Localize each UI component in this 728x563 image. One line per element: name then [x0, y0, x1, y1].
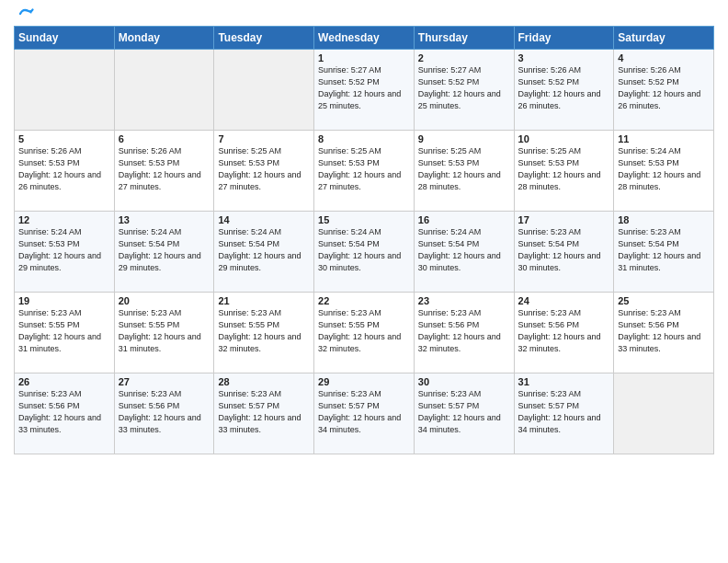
calendar-cell: 2Sunrise: 5:27 AM Sunset: 5:52 PM Daylig…	[414, 50, 514, 131]
calendar-cell: 30Sunrise: 5:23 AM Sunset: 5:57 PM Dayli…	[414, 373, 514, 454]
day-info: Sunrise: 5:25 AM Sunset: 5:53 PM Dayligh…	[418, 145, 510, 193]
day-number: 30	[418, 376, 510, 387]
calendar-cell: 20Sunrise: 5:23 AM Sunset: 5:55 PM Dayli…	[114, 293, 214, 373]
day-info: Sunrise: 5:23 AM Sunset: 5:57 PM Dayligh…	[318, 388, 410, 436]
calendar-cell: 21Sunrise: 5:23 AM Sunset: 5:55 PM Dayli…	[214, 293, 314, 373]
day-info: Sunrise: 5:23 AM Sunset: 5:54 PM Dayligh…	[518, 226, 610, 274]
calendar-cell: 24Sunrise: 5:23 AM Sunset: 5:56 PM Dayli…	[514, 293, 614, 373]
calendar-cell	[214, 50, 314, 131]
calendar-cell: 19Sunrise: 5:23 AM Sunset: 5:55 PM Dayli…	[15, 293, 115, 373]
day-number: 18	[618, 214, 710, 225]
day-number: 13	[119, 214, 210, 225]
calendar-cell: 29Sunrise: 5:23 AM Sunset: 5:57 PM Dayli…	[314, 373, 415, 454]
calendar-week-row: 26Sunrise: 5:23 AM Sunset: 5:56 PM Dayli…	[15, 373, 714, 454]
calendar-cell: 15Sunrise: 5:24 AM Sunset: 5:54 PM Dayli…	[314, 212, 415, 293]
calendar-week-row: 1Sunrise: 5:27 AM Sunset: 5:52 PM Daylig…	[15, 50, 714, 131]
day-number: 16	[418, 214, 510, 225]
day-number: 8	[318, 133, 410, 144]
header	[14, 9, 714, 22]
calendar-cell: 1Sunrise: 5:27 AM Sunset: 5:52 PM Daylig…	[314, 50, 415, 131]
calendar-cell: 28Sunrise: 5:23 AM Sunset: 5:57 PM Dayli…	[214, 373, 314, 454]
calendar-cell: 5Sunrise: 5:26 AM Sunset: 5:53 PM Daylig…	[15, 131, 115, 212]
logo	[14, 13, 34, 22]
day-number: 27	[119, 376, 210, 387]
calendar-cell: 31Sunrise: 5:23 AM Sunset: 5:57 PM Dayli…	[514, 373, 614, 454]
day-number: 11	[618, 133, 710, 144]
day-number: 24	[518, 295, 610, 306]
calendar-cell: 14Sunrise: 5:24 AM Sunset: 5:54 PM Dayli…	[214, 212, 314, 293]
day-info: Sunrise: 5:24 AM Sunset: 5:54 PM Dayligh…	[318, 226, 410, 274]
day-info: Sunrise: 5:23 AM Sunset: 5:56 PM Dayligh…	[518, 307, 610, 355]
header-cell-saturday: Saturday	[614, 27, 714, 50]
day-number: 31	[518, 376, 610, 387]
header-cell-friday: Friday	[514, 27, 614, 50]
calendar-cell: 10Sunrise: 5:25 AM Sunset: 5:53 PM Dayli…	[514, 131, 614, 212]
day-number: 23	[418, 295, 510, 306]
day-info: Sunrise: 5:23 AM Sunset: 5:56 PM Dayligh…	[418, 307, 510, 355]
day-info: Sunrise: 5:23 AM Sunset: 5:57 PM Dayligh…	[518, 388, 610, 436]
day-info: Sunrise: 5:23 AM Sunset: 5:57 PM Dayligh…	[418, 388, 510, 436]
day-number: 9	[418, 133, 510, 144]
calendar-cell: 16Sunrise: 5:24 AM Sunset: 5:54 PM Dayli…	[414, 212, 514, 293]
calendar-cell: 9Sunrise: 5:25 AM Sunset: 5:53 PM Daylig…	[414, 131, 514, 212]
day-number: 25	[618, 295, 710, 306]
day-info: Sunrise: 5:25 AM Sunset: 5:53 PM Dayligh…	[318, 145, 410, 193]
calendar-cell: 17Sunrise: 5:23 AM Sunset: 5:54 PM Dayli…	[514, 212, 614, 293]
calendar-cell: 4Sunrise: 5:26 AM Sunset: 5:52 PM Daylig…	[614, 50, 714, 131]
calendar-cell: 22Sunrise: 5:23 AM Sunset: 5:55 PM Dayli…	[314, 293, 415, 373]
calendar-cell: 3Sunrise: 5:26 AM Sunset: 5:52 PM Daylig…	[514, 50, 614, 131]
logo-icon	[17, 6, 34, 22]
calendar-cell	[114, 50, 214, 131]
day-number: 17	[518, 214, 610, 225]
day-info: Sunrise: 5:23 AM Sunset: 5:55 PM Dayligh…	[318, 307, 410, 355]
calendar-cell: 23Sunrise: 5:23 AM Sunset: 5:56 PM Dayli…	[414, 293, 514, 373]
header-cell-wednesday: Wednesday	[314, 27, 415, 50]
day-number: 15	[318, 214, 410, 225]
day-info: Sunrise: 5:24 AM Sunset: 5:53 PM Dayligh…	[18, 226, 110, 274]
day-number: 6	[119, 133, 210, 144]
day-info: Sunrise: 5:27 AM Sunset: 5:52 PM Dayligh…	[418, 64, 510, 112]
day-info: Sunrise: 5:23 AM Sunset: 5:56 PM Dayligh…	[18, 388, 110, 436]
day-number: 10	[518, 133, 610, 144]
day-info: Sunrise: 5:23 AM Sunset: 5:56 PM Dayligh…	[119, 388, 210, 436]
day-info: Sunrise: 5:25 AM Sunset: 5:53 PM Dayligh…	[218, 145, 310, 193]
day-info: Sunrise: 5:27 AM Sunset: 5:52 PM Dayligh…	[318, 64, 410, 112]
calendar-cell	[614, 373, 714, 454]
header-cell-tuesday: Tuesday	[214, 27, 314, 50]
day-number: 2	[418, 52, 510, 63]
day-info: Sunrise: 5:23 AM Sunset: 5:57 PM Dayligh…	[218, 388, 310, 436]
calendar-week-row: 12Sunrise: 5:24 AM Sunset: 5:53 PM Dayli…	[15, 212, 714, 293]
day-number: 22	[318, 295, 410, 306]
day-info: Sunrise: 5:24 AM Sunset: 5:53 PM Dayligh…	[618, 145, 710, 193]
calendar-header: SundayMondayTuesdayWednesdayThursdayFrid…	[15, 27, 714, 50]
day-info: Sunrise: 5:23 AM Sunset: 5:55 PM Dayligh…	[119, 307, 210, 355]
day-info: Sunrise: 5:25 AM Sunset: 5:53 PM Dayligh…	[518, 145, 610, 193]
day-number: 1	[318, 52, 410, 63]
day-info: Sunrise: 5:26 AM Sunset: 5:53 PM Dayligh…	[18, 145, 110, 193]
calendar-week-row: 19Sunrise: 5:23 AM Sunset: 5:55 PM Dayli…	[15, 293, 714, 373]
day-info: Sunrise: 5:26 AM Sunset: 5:53 PM Dayligh…	[119, 145, 210, 193]
day-number: 14	[218, 214, 310, 225]
calendar-cell: 12Sunrise: 5:24 AM Sunset: 5:53 PM Dayli…	[15, 212, 115, 293]
day-number: 12	[18, 214, 110, 225]
calendar-cell	[15, 50, 115, 131]
calendar-cell: 11Sunrise: 5:24 AM Sunset: 5:53 PM Dayli…	[614, 131, 714, 212]
day-info: Sunrise: 5:26 AM Sunset: 5:52 PM Dayligh…	[618, 64, 710, 112]
day-number: 28	[218, 376, 310, 387]
calendar-table: SundayMondayTuesdayWednesdayThursdayFrid…	[14, 26, 714, 454]
day-info: Sunrise: 5:24 AM Sunset: 5:54 PM Dayligh…	[418, 226, 510, 274]
calendar-header-row: SundayMondayTuesdayWednesdayThursdayFrid…	[15, 27, 714, 50]
day-number: 3	[518, 52, 610, 63]
calendar-cell: 25Sunrise: 5:23 AM Sunset: 5:56 PM Dayli…	[614, 293, 714, 373]
day-info: Sunrise: 5:26 AM Sunset: 5:52 PM Dayligh…	[518, 64, 610, 112]
calendar-cell: 7Sunrise: 5:25 AM Sunset: 5:53 PM Daylig…	[214, 131, 314, 212]
calendar-cell: 18Sunrise: 5:23 AM Sunset: 5:54 PM Dayli…	[614, 212, 714, 293]
day-info: Sunrise: 5:23 AM Sunset: 5:54 PM Dayligh…	[618, 226, 710, 274]
calendar-cell: 8Sunrise: 5:25 AM Sunset: 5:53 PM Daylig…	[314, 131, 415, 212]
day-number: 21	[218, 295, 310, 306]
day-info: Sunrise: 5:24 AM Sunset: 5:54 PM Dayligh…	[218, 226, 310, 274]
header-cell-monday: Monday	[114, 27, 214, 50]
calendar-cell: 26Sunrise: 5:23 AM Sunset: 5:56 PM Dayli…	[15, 373, 115, 454]
calendar-week-row: 5Sunrise: 5:26 AM Sunset: 5:53 PM Daylig…	[15, 131, 714, 212]
calendar-body: 1Sunrise: 5:27 AM Sunset: 5:52 PM Daylig…	[15, 50, 714, 454]
